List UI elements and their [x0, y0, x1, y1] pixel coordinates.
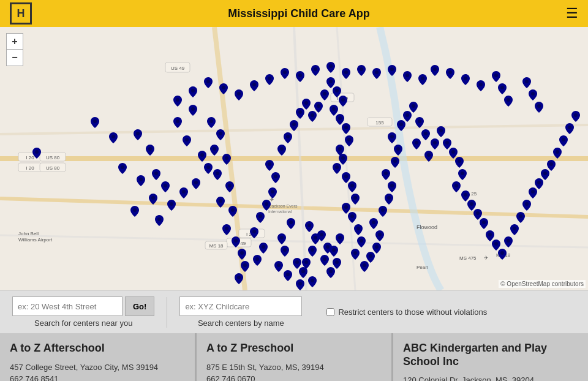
map-pin[interactable]: [134, 129, 142, 140]
map-pin[interactable]: [277, 145, 286, 156]
map-pin[interactable]: [109, 132, 118, 143]
map-pin[interactable]: [421, 129, 430, 140]
map-pin[interactable]: [250, 227, 258, 238]
map-pin[interactable]: [330, 246, 338, 257]
map-pin[interactable]: [284, 270, 292, 281]
map-pin[interactable]: [130, 206, 139, 217]
map-pin[interactable]: [529, 89, 537, 100]
map-pin[interactable]: [320, 255, 329, 266]
map-pin[interactable]: [265, 160, 274, 171]
map-pin[interactable]: [216, 197, 225, 208]
map-pin[interactable]: [455, 157, 464, 168]
map-pin[interactable]: [192, 178, 200, 189]
map-pin[interactable]: [281, 68, 289, 79]
map-pin[interactable]: [385, 194, 393, 205]
map-pin[interactable]: [118, 163, 127, 174]
map-pin[interactable]: [32, 148, 41, 159]
map-pin[interactable]: [256, 212, 265, 223]
map-pin[interactable]: [492, 71, 500, 82]
map-pin[interactable]: [375, 230, 384, 241]
map-pin[interactable]: [504, 236, 513, 247]
map-pin[interactable]: [409, 102, 418, 113]
map-pin[interactable]: [281, 246, 289, 257]
map-pin[interactable]: [311, 65, 320, 76]
map-pin[interactable]: [308, 276, 317, 287]
name-search-input[interactable]: [179, 296, 302, 316]
map-pin[interactable]: [290, 120, 298, 131]
map-pin[interactable]: [207, 117, 216, 128]
map-pin[interactable]: [287, 218, 295, 229]
map-pin[interactable]: [498, 249, 507, 260]
map-pin[interactable]: [452, 181, 461, 192]
map-pin[interactable]: [516, 212, 525, 223]
map-pin[interactable]: [559, 135, 568, 146]
map-pin[interactable]: [204, 163, 213, 174]
map-pin[interactable]: [241, 261, 249, 272]
map-pin[interactable]: [296, 279, 304, 290]
map-pin[interactable]: [219, 83, 228, 94]
map-pin[interactable]: [222, 224, 231, 235]
map-pin[interactable]: [388, 65, 396, 76]
map-pin[interactable]: [232, 236, 240, 247]
map-pin[interactable]: [477, 80, 485, 91]
map-pin[interactable]: [173, 117, 182, 128]
map-pin[interactable]: [480, 218, 488, 229]
map-pin[interactable]: [146, 145, 154, 156]
map-pin[interactable]: [198, 151, 206, 162]
map-pin[interactable]: [431, 138, 439, 149]
map-pin[interactable]: [302, 99, 311, 110]
map-pin[interactable]: [204, 77, 213, 88]
map-pin[interactable]: [458, 169, 467, 180]
address-search-button[interactable]: Go!: [125, 296, 154, 316]
map-pin[interactable]: [351, 194, 360, 205]
map-pin[interactable]: [391, 157, 399, 168]
map-pin[interactable]: [535, 102, 543, 113]
map-pin[interactable]: [271, 172, 280, 183]
map-pin[interactable]: [348, 212, 356, 223]
map-pin[interactable]: [333, 163, 341, 174]
map-pin[interactable]: [173, 96, 182, 107]
map-pin[interactable]: [179, 187, 188, 198]
map-pin[interactable]: [235, 273, 243, 284]
map-pin[interactable]: [189, 86, 197, 97]
map-pin[interactable]: [345, 135, 353, 146]
zoom-in-button[interactable]: +: [7, 34, 23, 50]
map-pin[interactable]: [326, 62, 335, 73]
map-pin[interactable]: [253, 255, 262, 266]
map-pin[interactable]: [238, 249, 246, 260]
map-pin[interactable]: [302, 258, 311, 269]
map-pin[interactable]: [342, 68, 350, 79]
map-pin[interactable]: [222, 154, 231, 165]
map-pin[interactable]: [498, 83, 507, 94]
map-pin[interactable]: [372, 68, 381, 79]
map-pin[interactable]: [522, 77, 531, 88]
map-pin[interactable]: [333, 258, 341, 269]
map-pin[interactable]: [446, 68, 454, 79]
map-pin[interactable]: [504, 96, 513, 107]
map-pin[interactable]: [262, 200, 271, 211]
map-pin[interactable]: [149, 194, 157, 205]
map-pin[interactable]: [394, 145, 402, 156]
map-pin[interactable]: [510, 224, 519, 235]
map-pin[interactable]: [213, 169, 222, 180]
map-pin[interactable]: [342, 123, 350, 134]
result-card-0[interactable]: A to Z Afterschool 457 College Street, Y…: [0, 333, 197, 381]
address-search-input[interactable]: [12, 296, 123, 316]
map-pin[interactable]: [339, 96, 347, 107]
result-card-2[interactable]: ABC Kindergarten and Play School Inc 120…: [393, 333, 588, 381]
map-pin[interactable]: [265, 74, 274, 85]
map-pin[interactable]: [259, 243, 268, 254]
map-pin[interactable]: [210, 145, 219, 156]
map-pin[interactable]: [277, 233, 286, 244]
map-pin[interactable]: [571, 111, 580, 122]
map-pin[interactable]: [317, 230, 326, 241]
map-pin[interactable]: [379, 206, 387, 217]
map-pin[interactable]: [305, 221, 314, 232]
map-pin[interactable]: [155, 215, 164, 226]
map-pin[interactable]: [274, 261, 283, 272]
map-pin[interactable]: [461, 74, 470, 85]
map-pin[interactable]: [308, 246, 317, 257]
map-pin[interactable]: [522, 200, 531, 211]
hamburger-menu-icon[interactable]: ☰: [566, 6, 578, 21]
map-pin[interactable]: [189, 105, 197, 116]
